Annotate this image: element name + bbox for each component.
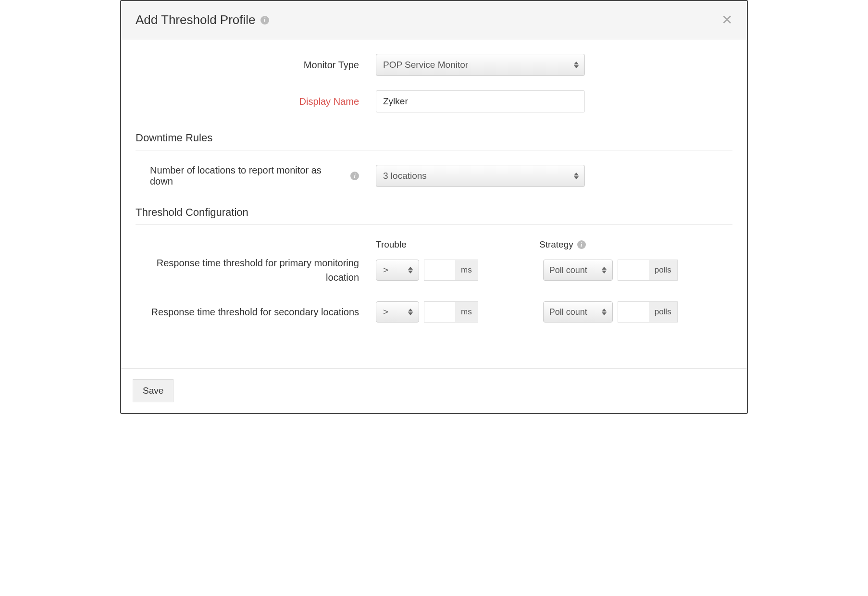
downtime-locations-select[interactable]: 3 locations <box>376 165 585 187</box>
close-icon[interactable]: ✕ <box>721 13 732 27</box>
modal-title-text: Add Threshold Profile <box>136 12 256 27</box>
primary-threshold-row: Response time threshold for primary moni… <box>136 256 732 285</box>
primary-strategy-value: Poll count <box>549 265 587 275</box>
secondary-ms-input[interactable] <box>424 301 460 323</box>
monitor-type-label: Monitor Type <box>136 60 376 71</box>
monitor-type-select[interactable]: POP Service Monitor <box>376 54 585 76</box>
secondary-threshold-row: Response time threshold for secondary lo… <box>136 301 732 323</box>
save-button[interactable]: Save <box>133 379 174 402</box>
strategy-header-text: Strategy <box>539 239 573 250</box>
monitor-type-row: Monitor Type POP Service Monitor <box>136 54 732 76</box>
threshold-section-title: Threshold Configuration <box>136 206 732 225</box>
primary-polls-input[interactable] <box>618 260 654 281</box>
chevron-updown-icon <box>602 267 607 273</box>
downtime-locations-label-text: Number of locations to report monitor as… <box>150 165 346 187</box>
chevron-updown-icon <box>574 173 579 179</box>
display-name-label: Display Name <box>136 96 376 107</box>
info-icon[interactable]: i <box>350 172 359 180</box>
secondary-threshold-label: Response time threshold for secondary lo… <box>136 305 376 319</box>
downtime-locations-value: 3 locations <box>383 171 427 181</box>
ms-unit: ms <box>455 260 478 281</box>
display-name-input[interactable] <box>376 90 585 112</box>
primary-operator-value: > <box>383 265 388 275</box>
ms-unit: ms <box>455 301 478 323</box>
display-name-row: Display Name <box>136 90 732 112</box>
threshold-profile-modal: Add Threshold Profile i ✕ Monitor Type P… <box>120 0 748 414</box>
modal-header: Add Threshold Profile i ✕ <box>121 1 747 39</box>
modal-footer: Save <box>121 368 747 413</box>
primary-operator-select[interactable]: > <box>376 260 419 281</box>
primary-ms-input[interactable] <box>424 260 460 281</box>
downtime-section-title: Downtime Rules <box>136 132 732 150</box>
info-icon[interactable]: i <box>577 240 586 249</box>
chevron-updown-icon <box>574 62 579 68</box>
strategy-header: Strategy i <box>539 239 586 250</box>
secondary-strategy-value: Poll count <box>549 307 587 317</box>
secondary-polls-input[interactable] <box>618 301 654 323</box>
chevron-updown-icon <box>408 309 413 315</box>
modal-title: Add Threshold Profile i <box>136 12 269 27</box>
chevron-updown-icon <box>408 267 413 273</box>
primary-strategy-select[interactable]: Poll count <box>543 260 613 281</box>
info-icon[interactable]: i <box>260 16 269 25</box>
secondary-operator-select[interactable]: > <box>376 301 419 323</box>
polls-unit: polls <box>649 301 678 323</box>
monitor-type-value: POP Service Monitor <box>383 60 468 70</box>
secondary-operator-value: > <box>383 307 388 317</box>
downtime-locations-label: Number of locations to report monitor as… <box>136 165 376 187</box>
downtime-locations-row: Number of locations to report monitor as… <box>136 165 732 187</box>
primary-threshold-label: Response time threshold for primary moni… <box>136 256 376 285</box>
trouble-header: Trouble <box>376 239 539 250</box>
modal-body: Monitor Type POP Service Monitor Display… <box>121 39 747 368</box>
threshold-column-headers: Trouble Strategy i <box>376 239 732 250</box>
polls-unit: polls <box>649 260 678 281</box>
secondary-strategy-select[interactable]: Poll count <box>543 301 613 323</box>
chevron-updown-icon <box>602 309 607 315</box>
